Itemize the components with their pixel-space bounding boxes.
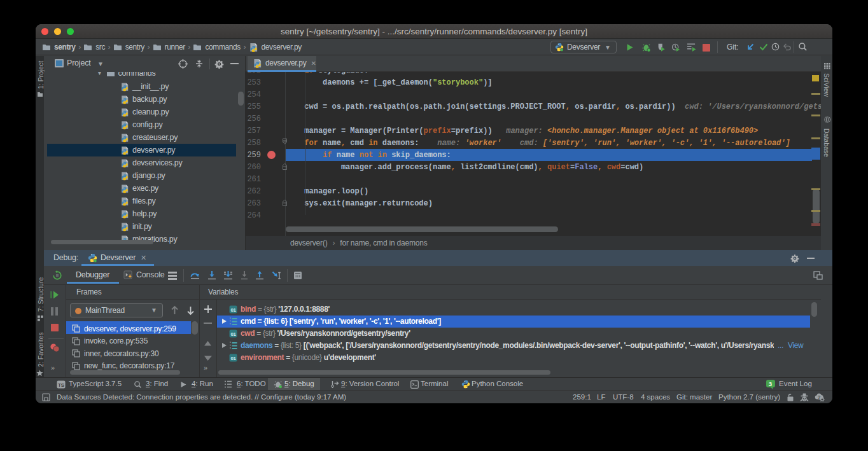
svg-text:TS: TS [58, 382, 65, 387]
svg-text:?: ? [818, 394, 821, 400]
svg-text:3: 3 [769, 380, 772, 387]
svg-text:01: 01 [230, 355, 236, 361]
svg-text:01: 01 [230, 307, 236, 312]
svg-text:01: 01 [230, 331, 236, 337]
